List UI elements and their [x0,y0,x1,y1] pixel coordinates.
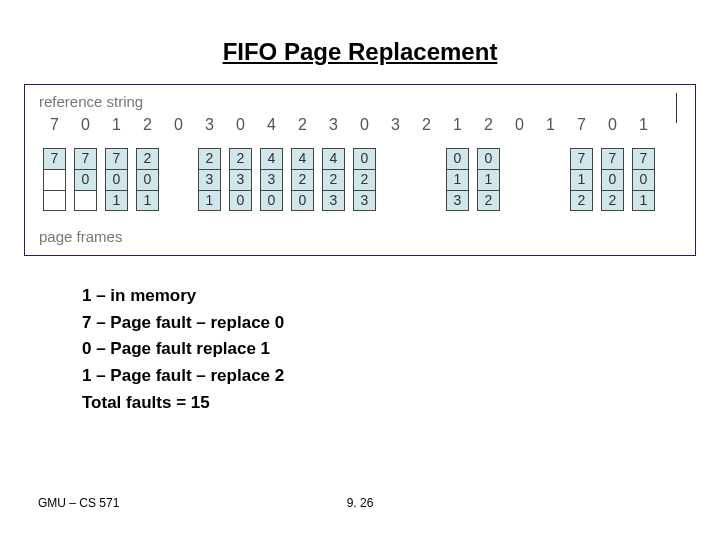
reference-value: 2 [411,116,442,134]
frame-cell: 0 [353,148,376,169]
vertical-mark [676,93,677,123]
frame-cell: 3 [322,190,345,211]
reference-value: 1 [101,116,132,134]
frame-column: 702 [597,148,628,216]
frame-cell: 0 [477,148,500,169]
frame-box: 70 [74,148,97,211]
bullet-list: 1 – in memory7 – Page fault – replace 00… [82,284,720,415]
bullet-item: 7 – Page fault – replace 0 [82,311,720,336]
frame-cell: 0 [601,169,624,190]
frame-cell: 0 [105,169,128,190]
frame-column: 712 [566,148,597,216]
frame-column: 701 [101,148,132,216]
frame-cell [43,169,66,190]
frame-column [535,148,566,216]
fifo-diagram: reference string 70120304230321201701 77… [24,84,696,256]
frame-box: 701 [105,148,128,211]
frame-cell: 1 [105,190,128,211]
footer-center: 9. 26 [347,496,374,510]
frame-cell [74,190,97,211]
frame-cell: 2 [322,169,345,190]
frame-cell: 4 [322,148,345,169]
reference-value: 3 [194,116,225,134]
frame-box: 701 [632,148,655,211]
reference-value: 2 [287,116,318,134]
slide-title: FIFO Page Replacement [0,38,720,66]
frame-cell: 0 [446,148,469,169]
reference-string-row: 70120304230321201701 [39,116,687,134]
reference-string-label: reference string [39,93,687,110]
reference-value: 0 [597,116,628,134]
frame-cell: 0 [229,190,252,211]
frame-column: 230 [225,148,256,216]
frame-cell: 7 [74,148,97,169]
frame-column: 70 [70,148,101,216]
reference-value: 0 [70,116,101,134]
frame-cell: 1 [570,169,593,190]
frame-cell: 0 [136,169,159,190]
frame-box: 012 [477,148,500,211]
reference-value: 0 [163,116,194,134]
bullet-item: 0 – Page fault replace 1 [82,337,720,362]
frame-cell: 3 [353,190,376,211]
frame-cell: 0 [291,190,314,211]
frame-box: 712 [570,148,593,211]
reference-value: 0 [504,116,535,134]
frame-column: 012 [473,148,504,216]
bullet-item: Total faults = 15 [82,391,720,416]
frame-cell: 2 [353,169,376,190]
frame-cell: 1 [446,169,469,190]
frame-box: 013 [446,148,469,211]
frame-column: 701 [628,148,659,216]
bullet-item: 1 – Page fault – replace 2 [82,364,720,389]
frame-column: 023 [349,148,380,216]
frame-cell: 2 [477,190,500,211]
page-frames-label: page frames [39,228,687,245]
frame-cell: 0 [632,169,655,190]
reference-value: 4 [256,116,287,134]
frame-column [163,148,194,216]
frame-column: 423 [318,148,349,216]
frame-cell: 2 [229,148,252,169]
frame-cell: 7 [601,148,624,169]
frame-cell: 7 [43,148,66,169]
frame-cell: 2 [601,190,624,211]
frame-cell: 2 [136,148,159,169]
frame-cell: 4 [291,148,314,169]
frame-box: 7 [43,148,66,211]
frame-box: 230 [229,148,252,211]
frame-column: 430 [256,148,287,216]
frame-column: 201 [132,148,163,216]
frame-cell: 3 [198,169,221,190]
reference-value: 1 [535,116,566,134]
reference-value: 0 [349,116,380,134]
frame-cell: 0 [260,190,283,211]
footer-left: GMU – CS 571 [38,496,119,510]
frame-cell: 1 [477,169,500,190]
bullet-item: 1 – in memory [82,284,720,309]
frame-column: 231 [194,148,225,216]
reference-value: 3 [318,116,349,134]
reference-value: 7 [39,116,70,134]
frame-box: 231 [198,148,221,211]
page-frames-row: 7707012012312304304204230230130127127027… [39,148,687,216]
frame-column: 420 [287,148,318,216]
frame-cell: 1 [198,190,221,211]
frame-box: 420 [291,148,314,211]
frame-box: 430 [260,148,283,211]
frame-cell: 3 [260,169,283,190]
reference-value: 7 [566,116,597,134]
frame-column [380,148,411,216]
frame-cell: 1 [632,190,655,211]
reference-value: 1 [628,116,659,134]
frame-cell: 0 [74,169,97,190]
frame-cell: 7 [570,148,593,169]
frame-cell: 2 [198,148,221,169]
frame-box: 423 [322,148,345,211]
frame-box: 201 [136,148,159,211]
frame-cell: 2 [570,190,593,211]
frame-column [411,148,442,216]
frame-cell: 1 [136,190,159,211]
frame-cell: 7 [105,148,128,169]
reference-value: 2 [473,116,504,134]
